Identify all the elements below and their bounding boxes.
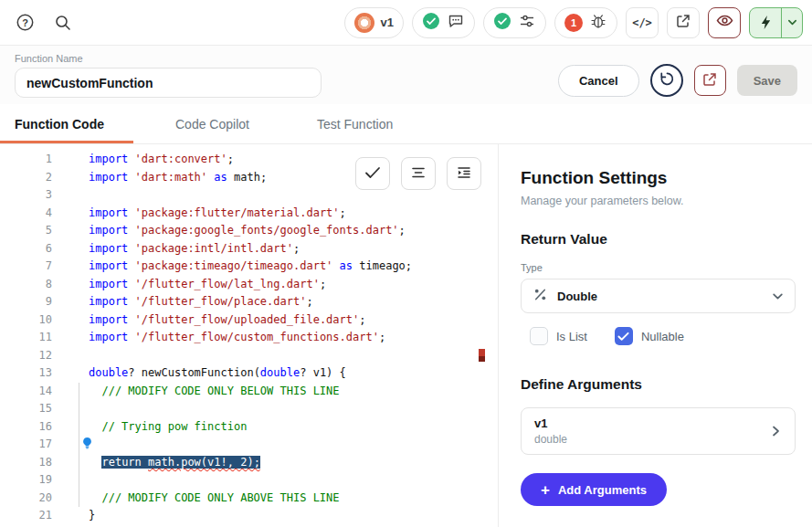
project-checks-chat-badge[interactable] <box>412 7 475 38</box>
line-number: 8 <box>0 276 52 294</box>
nullable-checkbox[interactable]: Nullable <box>615 327 684 345</box>
open-in-new-icon <box>701 71 718 90</box>
add-arguments-button[interactable]: + Add Arguments <box>521 473 667 506</box>
function-name-input[interactable] <box>15 68 322 98</box>
app-window: ? v1 1 </> <box>0 0 812 527</box>
code-token: ; <box>379 331 385 343</box>
issues-badge[interactable]: 1 <box>554 7 617 38</box>
code-lines: 1import 'dart:convert';2import 'dart:mat… <box>0 144 498 525</box>
code-token: 'package:google_fonts/google_fonts.dart' <box>135 224 399 237</box>
code-token <box>89 456 101 469</box>
main-content: 1import 'dart:convert';2import 'dart:mat… <box>0 144 812 527</box>
indent-code-button[interactable] <box>447 157 481 190</box>
code-line[interactable]: 14 /// MODIFY CODE ONLY BELOW THIS LINE <box>0 383 498 401</box>
code-token: ; <box>227 153 234 165</box>
code-line-content: import '/flutter_flow/lat_lng.dart'; <box>89 276 326 294</box>
line-number: 17 <box>0 436 52 454</box>
code-token <box>128 171 134 184</box>
is-list-checkbox[interactable]: Is List <box>530 327 587 345</box>
version-badge[interactable]: v1 <box>344 7 404 38</box>
editor-actions <box>355 157 481 190</box>
code-action-lightbulb-icon[interactable] <box>81 437 93 456</box>
search-icon[interactable] <box>51 11 75 35</box>
code-line[interactable]: 9import '/flutter_flow/place.dart'; <box>0 293 498 311</box>
code-line[interactable]: 11import '/flutter_flow/custom_functions… <box>0 329 498 347</box>
code-line-content: double? newCustomFunction(double? v1) { <box>89 364 346 383</box>
code-line[interactable]: 20 /// MODIFY CODE ONLY ABOVE THIS LINE <box>0 490 498 508</box>
chat-icon <box>447 12 465 34</box>
rotate-ccw-icon <box>658 70 675 90</box>
code-token <box>128 206 134 219</box>
project-checks-settings-badge[interactable] <box>483 7 546 38</box>
cancel-button[interactable]: Cancel <box>558 65 639 97</box>
code-line-content: /// MODIFY CODE ONLY ABOVE THIS LINE <box>89 490 340 508</box>
line-number: 19 <box>0 471 52 490</box>
code-token: as <box>214 171 227 184</box>
code-token: import <box>89 242 128 255</box>
code-line[interactable]: 7import 'package:timeago/timeago.dart' a… <box>0 258 498 276</box>
code-line[interactable]: 10import '/flutter_flow/uploaded_file.da… <box>0 311 498 330</box>
open-code-editor-button[interactable] <box>694 65 726 96</box>
code-line[interactable]: 16 // Trying pow finction <box>0 418 498 437</box>
eye-icon <box>715 11 734 34</box>
custom-code-button[interactable]: </> <box>626 7 659 38</box>
indent-guide <box>79 418 79 437</box>
code-line-content: import '/flutter_flow/uploaded_file.dart… <box>89 311 365 330</box>
open-new-window-button[interactable] <box>667 7 700 38</box>
validate-code-button[interactable] <box>355 157 390 190</box>
preview-button[interactable] <box>708 7 741 38</box>
code-line[interactable]: 4import 'package:flutter/material.dart'; <box>0 205 498 223</box>
check-icon <box>364 166 381 182</box>
tab-function-code[interactable]: Function Code <box>0 104 133 143</box>
code-line[interactable]: 5import 'package:google_fonts/google_fon… <box>0 222 498 240</box>
code-line[interactable]: 15 <box>0 400 498 418</box>
code-token: import <box>89 331 128 343</box>
code-token: /// MODIFY CODE ONLY ABOVE THIS LINE <box>89 491 340 504</box>
check-circle-icon <box>422 12 440 34</box>
code-line[interactable]: 12 <box>0 347 498 365</box>
line-number: 4 <box>0 205 52 223</box>
format-code-button[interactable] <box>401 157 436 190</box>
argument-name: v1 <box>534 416 567 430</box>
code-line[interactable]: 21} <box>0 507 498 525</box>
header-actions: Cancel Save <box>558 64 797 97</box>
code-line[interactable]: 6import 'package:intl/intl.dart'; <box>0 240 498 258</box>
tabs-bar: Function Code Code Copilot Test Function <box>0 104 812 144</box>
tab-test-function[interactable]: Test Function <box>291 104 418 143</box>
line-number: 12 <box>0 347 52 365</box>
argument-info: v1 double <box>534 416 567 446</box>
code-line-content: import '/flutter_flow/custom_functions.d… <box>89 329 385 347</box>
double-type-icon <box>533 287 548 306</box>
issue-count: 1 <box>564 14 583 32</box>
tab-code-copilot[interactable]: Code Copilot <box>150 104 275 143</box>
save-button[interactable]: Save <box>737 65 797 96</box>
code-token: double <box>89 366 128 379</box>
code-line[interactable]: 17 <box>0 436 498 454</box>
code-token: 'dart:convert' <box>135 153 227 165</box>
code-line-content: } <box>89 507 95 525</box>
return-value-heading: Return Value <box>521 231 796 248</box>
chevron-down-icon[interactable] <box>782 8 802 37</box>
code-line[interactable]: 19 <box>0 471 498 490</box>
line-number: 1 <box>0 151 52 169</box>
function-name-label: Function Name <box>15 53 322 64</box>
code-line[interactable]: 18 return math.pow(v1!, 2); <box>0 454 498 472</box>
return-type-dropdown[interactable]: Double <box>521 279 796 313</box>
code-token: 'package:timeago/timeago.dart' <box>135 259 333 272</box>
chevron-right-icon <box>769 425 782 437</box>
code-token: '/flutter_flow/lat_lng.dart' <box>135 278 320 290</box>
code-line[interactable]: 13double? newCustomFunction(double? v1) … <box>0 364 498 383</box>
code-line[interactable]: 8import '/flutter_flow/lat_lng.dart'; <box>0 276 498 294</box>
nullable-label: Nullable <box>641 330 684 343</box>
line-number: 11 <box>0 329 52 347</box>
lightning-icon[interactable] <box>750 8 781 37</box>
help-icon[interactable]: ? <box>13 11 37 35</box>
code-token: ; <box>293 242 300 255</box>
argument-item[interactable]: v1 double <box>521 407 796 455</box>
revert-button[interactable] <box>650 64 683 97</box>
code-editor[interactable]: 1import 'dart:convert';2import 'dart:mat… <box>0 144 498 527</box>
line-number: 6 <box>0 240 52 258</box>
checkbox-unchecked-icon <box>530 327 548 345</box>
line-number: 9 <box>0 293 52 311</box>
run-button[interactable] <box>749 7 803 38</box>
